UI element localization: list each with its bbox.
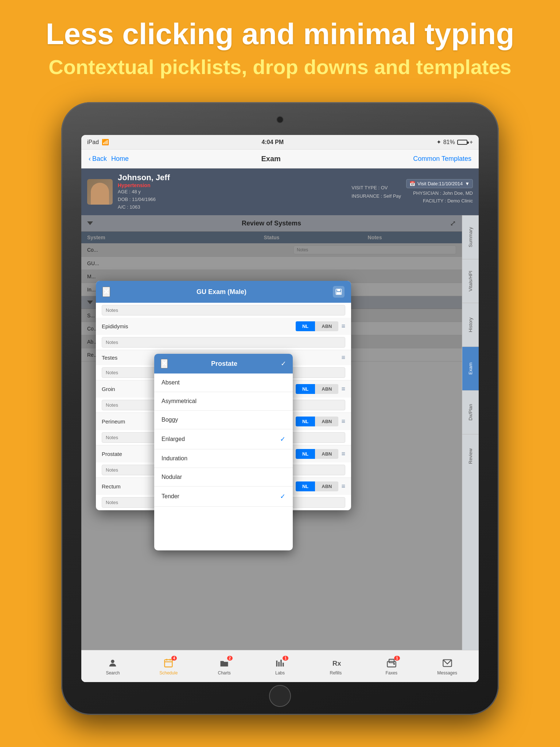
tab-labs[interactable]: 1 Labs	[252, 657, 308, 676]
testes-list-icon[interactable]: ≡	[341, 354, 345, 361]
battery-charging: +	[470, 139, 473, 146]
prostate-item-asymmetrical[interactable]: Asymmetrical	[154, 392, 293, 411]
gu-epididymis-notes	[96, 335, 351, 350]
svg-rect-11	[283, 662, 284, 666]
sidebar-tab-dxplan[interactable]: Dx/Plan	[462, 390, 479, 434]
sidebar-tab-review[interactable]: Review	[462, 434, 479, 478]
save-icon	[335, 288, 342, 295]
prostate-dropdown-title: Prostate	[168, 360, 281, 368]
charts-tab-icon: 2	[217, 657, 231, 669]
calendar-icon: 📅	[409, 181, 415, 186]
tender-check-icon: ✓	[280, 492, 285, 500]
screen-content: iPad 📶 4:04 PM ✦ 81% +	[81, 135, 479, 682]
home-label[interactable]: Home	[111, 155, 129, 163]
back-chevron-icon: ‹	[89, 155, 91, 163]
tab-messages[interactable]: Messages	[419, 657, 475, 676]
schedule-tab-icon: 4	[162, 657, 175, 669]
gu-exam-close-button[interactable]: ✕	[102, 287, 110, 297]
pre-notes-row	[96, 303, 351, 318]
gu-perineum-abn-button[interactable]: ABN	[315, 417, 338, 426]
gu-epididymis-notes-input[interactable]	[102, 337, 345, 348]
patient-right: 📅 Visit Date:11/10/2014 ▼ PHYSICIAN : Jo…	[406, 179, 473, 205]
main-title: Less clicking and minimal typing	[22, 18, 538, 50]
prostate-item-enlarged[interactable]: Enlarged ✓	[154, 429, 293, 449]
wifi-icon: 📶	[102, 139, 109, 146]
rectum-list-icon[interactable]: ≡	[341, 483, 345, 490]
modal-overlay[interactable]: ✕ GU Exam (Male)	[81, 215, 462, 650]
gu-prostate-nl-button[interactable]: NL	[296, 449, 315, 459]
nav-bar: ‹ Back Home Exam Common Templates	[81, 150, 479, 169]
prostate-confirm-button[interactable]: ✓	[281, 360, 286, 368]
enlarged-label: Enlarged	[162, 436, 185, 442]
tab-refills[interactable]: Rx Refills	[308, 657, 363, 676]
page-background: Less clicking and minimal typing Context…	[0, 0, 560, 92]
envelope-icon	[442, 658, 452, 668]
gu-exam-save-button[interactable]	[333, 286, 345, 298]
sidebar-tab-history[interactable]: History	[462, 303, 479, 347]
search-tab-icon	[106, 657, 120, 669]
enlarged-check-icon: ✓	[280, 435, 285, 443]
gu-prostate-abn-button[interactable]: ABN	[315, 449, 338, 459]
svg-point-15	[393, 663, 395, 665]
sidebar-tab-summary[interactable]: Summary	[462, 215, 479, 259]
schedule-tab-label: Schedule	[159, 670, 178, 676]
gu-epididymis-nl-button[interactable]: NL	[296, 321, 315, 331]
gu-groin-nl-button[interactable]: NL	[296, 384, 315, 394]
tender-label: Tender	[162, 493, 179, 500]
prostate-item-tender[interactable]: Tender ✓	[154, 487, 293, 507]
tab-charts[interactable]: 2 Charts	[197, 657, 252, 676]
header-section: Less clicking and minimal typing Context…	[0, 0, 560, 92]
prostate-item-boggy[interactable]: Boggy	[154, 411, 293, 429]
patient-condition: Hypertension	[118, 182, 346, 188]
perineum-list-icon[interactable]: ≡	[341, 418, 345, 425]
back-label[interactable]: Back	[92, 155, 107, 163]
gu-epididymis-buttons: NL ABN	[296, 321, 339, 331]
prostate-item-nodular[interactable]: Nodular	[154, 468, 293, 487]
gu-groin-abn-button[interactable]: ABN	[315, 384, 338, 394]
patient-name: Johnson, Jeff	[118, 173, 346, 182]
gu-perineum-nl-button[interactable]: NL	[296, 417, 315, 426]
tab-faxes[interactable]: 1 Faxes	[363, 657, 419, 676]
gu-epididymis-row: Epididymis NL ABN ≡	[96, 318, 351, 350]
groin-list-icon[interactable]: ≡	[341, 385, 345, 393]
prostate-item-induration[interactable]: Induration	[154, 449, 293, 468]
asymmetrical-label: Asymmetrical	[162, 398, 197, 405]
svg-rect-8	[276, 661, 278, 666]
ipad-device: iPad 📶 4:04 PM ✦ 81% +	[61, 102, 499, 715]
sidebar-tab-vitals[interactable]: Vitals/HPI	[462, 259, 479, 303]
section-content: Review of Systems ⤢ System Status Notes	[81, 215, 462, 650]
svg-rect-10	[280, 659, 282, 666]
search-tab-label: Search	[106, 670, 120, 676]
gu-exam-header: ✕ GU Exam (Male)	[96, 281, 351, 303]
tab-schedule[interactable]: 4 Schedule	[141, 657, 197, 676]
dropdown-spacer	[154, 507, 293, 550]
gu-rectum-abn-button[interactable]: ABN	[315, 481, 338, 491]
tab-search[interactable]: Search	[85, 657, 141, 676]
prostate-dropdown: ✕ Prostate ✓ Absent Asymmetrical	[154, 354, 293, 550]
home-button[interactable]	[269, 685, 291, 707]
schedule-badge: 4	[171, 656, 177, 661]
right-sidebar: Summary Vitals/HPI History Exam Dx/Plan …	[462, 215, 479, 650]
date-dropdown-icon[interactable]: ▼	[465, 181, 470, 186]
prostate-item-absent[interactable]: Absent	[154, 374, 293, 392]
prostate-list-icon[interactable]: ≡	[341, 450, 345, 458]
status-bar: iPad 📶 4:04 PM ✦ 81% +	[81, 135, 479, 150]
patient-info: Johnson, Jeff Hypertension AGE : 48 y DO…	[118, 173, 346, 211]
svg-rect-2	[337, 292, 341, 294]
gu-rectum-nl-button[interactable]: NL	[296, 481, 315, 491]
labs-tab-icon: 1	[273, 657, 287, 669]
pre-notes-input[interactable]	[102, 305, 345, 316]
visit-date-badge: 📅 Visit Date:11/10/2014 ▼	[406, 179, 473, 188]
common-templates-button[interactable]: Common Templates	[413, 155, 471, 163]
gu-epididymis-abn-button[interactable]: ABN	[315, 321, 338, 331]
list-icon[interactable]: ≡	[341, 322, 345, 330]
prostate-close-button[interactable]: ✕	[161, 359, 168, 368]
nav-back-button[interactable]: ‹ Back Home	[89, 155, 129, 163]
status-time: 4:04 PM	[262, 139, 284, 146]
absent-label: Absent	[162, 379, 180, 386]
refills-tab-icon: Rx	[329, 657, 343, 669]
physician-info: PHYSICIAN : John Doe, MD FACILITY : Demo…	[406, 190, 473, 205]
messages-tab-icon	[440, 657, 454, 669]
sidebar-tab-exam[interactable]: Exam	[462, 347, 479, 390]
gu-rectum-buttons: NL ABN	[296, 481, 339, 491]
